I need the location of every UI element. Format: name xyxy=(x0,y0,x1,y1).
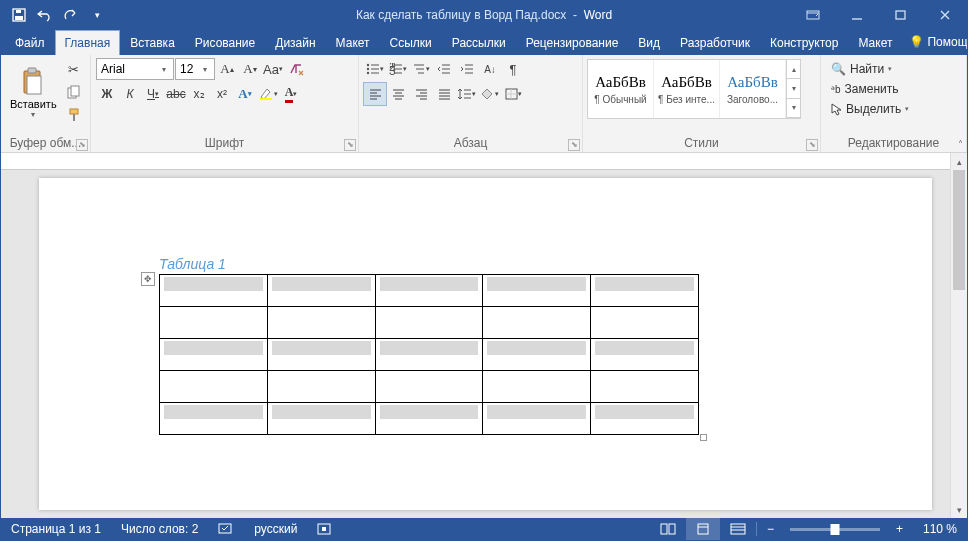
align-center-icon[interactable] xyxy=(387,83,409,105)
find-button[interactable]: 🔍Найти▾ xyxy=(826,60,914,78)
zoom-out-button[interactable]: − xyxy=(757,518,784,540)
align-right-icon[interactable] xyxy=(410,83,432,105)
table-cell[interactable] xyxy=(267,339,375,371)
close-icon[interactable] xyxy=(923,1,967,29)
tab-references[interactable]: Ссылки xyxy=(380,30,442,55)
table-caption[interactable]: Таблица 1 xyxy=(159,256,892,272)
bold-button[interactable]: Ж xyxy=(96,83,118,105)
tab-draw[interactable]: Рисование xyxy=(185,30,265,55)
document-page[interactable]: Таблица 1 ✥ xyxy=(39,178,932,510)
table-cell[interactable] xyxy=(375,307,483,339)
copy-icon[interactable] xyxy=(63,81,85,103)
scroll-down-icon[interactable]: ▾ xyxy=(951,501,967,518)
tab-developer[interactable]: Разработчик xyxy=(670,30,760,55)
table-cell[interactable] xyxy=(375,403,483,435)
table-cell[interactable] xyxy=(375,339,483,371)
table-cell[interactable] xyxy=(591,403,699,435)
collapse-ribbon-icon[interactable]: ˄ xyxy=(958,139,963,150)
zoom-slider[interactable] xyxy=(790,528,880,531)
zoom-level[interactable]: 110 % xyxy=(913,518,967,540)
gallery-more-icon[interactable]: ▾ xyxy=(787,99,800,118)
shrink-font-icon[interactable]: A▾ xyxy=(239,58,261,80)
font-size-combo[interactable]: 12▾ xyxy=(175,58,215,80)
superscript-button[interactable]: x² xyxy=(211,83,233,105)
qat-customize-icon[interactable]: ▾ xyxy=(85,3,109,27)
tab-file[interactable]: Файл xyxy=(5,30,55,55)
style-heading[interactable]: АаБбВвЗаголово... xyxy=(720,60,786,118)
save-icon[interactable] xyxy=(7,3,31,27)
table-cell[interactable] xyxy=(160,339,268,371)
table-move-handle-icon[interactable]: ✥ xyxy=(141,272,155,286)
select-button[interactable]: Выделить▾ xyxy=(826,100,914,118)
bullets-icon[interactable]: ▾ xyxy=(364,58,386,80)
view-print-icon[interactable] xyxy=(686,518,720,540)
style-normal[interactable]: АаБбВв¶ Обычный xyxy=(588,60,654,118)
table-cell[interactable] xyxy=(483,275,591,307)
table-cell[interactable] xyxy=(483,371,591,403)
table-cell[interactable] xyxy=(375,275,483,307)
indent-icon[interactable] xyxy=(456,58,478,80)
tab-table-design[interactable]: Конструктор xyxy=(760,30,848,55)
clipboard-launcher-icon[interactable]: ⬊ xyxy=(76,139,88,151)
table-cell[interactable] xyxy=(483,339,591,371)
highlight-icon[interactable]: ▾ xyxy=(257,83,279,105)
font-launcher-icon[interactable]: ⬊ xyxy=(344,139,356,151)
minimize-icon[interactable] xyxy=(835,1,879,29)
text-effects-icon[interactable]: A▾ xyxy=(234,83,256,105)
tab-review[interactable]: Рецензирование xyxy=(516,30,629,55)
tab-design[interactable]: Дизайн xyxy=(265,30,325,55)
redo-icon[interactable] xyxy=(59,3,83,27)
table-cell[interactable] xyxy=(375,371,483,403)
cut-icon[interactable]: ✂ xyxy=(63,58,85,80)
scroll-up-icon[interactable]: ▴ xyxy=(951,153,967,170)
table-cell[interactable] xyxy=(160,307,268,339)
table-cell[interactable] xyxy=(160,403,268,435)
styles-launcher-icon[interactable]: ⬊ xyxy=(806,139,818,151)
shading-icon[interactable]: ▾ xyxy=(479,83,501,105)
line-spacing-icon[interactable]: ▾ xyxy=(456,83,478,105)
document-table[interactable] xyxy=(159,274,699,435)
show-marks-icon[interactable]: ¶ xyxy=(502,58,524,80)
change-case-icon[interactable]: Aa▾ xyxy=(262,58,284,80)
zoom-in-button[interactable]: + xyxy=(886,518,913,540)
format-painter-icon[interactable] xyxy=(63,104,85,126)
replace-button[interactable]: ᵃbЗаменить xyxy=(826,80,914,98)
status-spellcheck-icon[interactable] xyxy=(208,518,244,540)
status-page[interactable]: Страница 1 из 1 xyxy=(1,518,111,540)
italic-button[interactable]: К xyxy=(119,83,141,105)
status-macro-icon[interactable] xyxy=(307,518,341,540)
tab-layout[interactable]: Макет xyxy=(326,30,380,55)
table-cell[interactable] xyxy=(483,403,591,435)
table-cell[interactable] xyxy=(591,275,699,307)
tab-view[interactable]: Вид xyxy=(628,30,670,55)
justify-icon[interactable] xyxy=(433,83,455,105)
align-left-icon[interactable] xyxy=(364,83,386,105)
table-cell[interactable] xyxy=(160,371,268,403)
table-cell[interactable] xyxy=(267,307,375,339)
style-no-spacing[interactable]: АаБбВв¶ Без инте... xyxy=(654,60,720,118)
paste-button[interactable]: Вставить ▾ xyxy=(6,58,61,126)
tab-home[interactable]: Главная xyxy=(55,30,121,55)
para-launcher-icon[interactable]: ⬊ xyxy=(568,139,580,151)
table-cell[interactable] xyxy=(591,371,699,403)
table-cell[interactable] xyxy=(591,307,699,339)
gallery-down-icon[interactable]: ▾ xyxy=(787,79,800,98)
numbering-icon[interactable]: 123▾ xyxy=(387,58,409,80)
tell-me-button[interactable]: 💡Помощн xyxy=(902,30,968,54)
table-cell[interactable] xyxy=(267,275,375,307)
multilevel-icon[interactable]: ▾ xyxy=(410,58,432,80)
zoom-slider-thumb[interactable] xyxy=(830,524,839,535)
borders-icon[interactable]: ▾ xyxy=(502,83,524,105)
font-color-icon[interactable]: A▾ xyxy=(280,83,302,105)
clear-format-icon[interactable] xyxy=(285,58,307,80)
table-cell[interactable] xyxy=(591,339,699,371)
subscript-button[interactable]: x₂ xyxy=(188,83,210,105)
table-cell[interactable] xyxy=(160,275,268,307)
font-name-combo[interactable]: Arial▾ xyxy=(96,58,174,80)
table-resize-handle-icon[interactable] xyxy=(700,434,707,441)
underline-button[interactable]: Ч▾ xyxy=(142,83,164,105)
status-words[interactable]: Число слов: 2 xyxy=(111,518,208,540)
tab-table-layout[interactable]: Макет xyxy=(848,30,902,55)
sort-icon[interactable]: A↓ xyxy=(479,58,501,80)
status-language[interactable]: русский xyxy=(244,518,307,540)
